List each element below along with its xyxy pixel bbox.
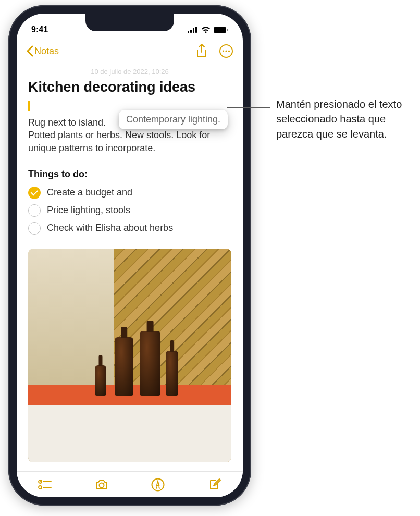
svg-rect-3 [195, 27, 197, 33]
note-title[interactable]: Kitchen decorating ideas [28, 79, 231, 95]
checklist-item[interactable]: Create a budget and [28, 184, 231, 202]
svg-rect-2 [193, 28, 194, 33]
checklist-label: Check with Elisha about herbs [47, 223, 173, 234]
note-timestamp: 10 de julio de 2022, 10:26 [17, 68, 243, 76]
image-bottle [140, 331, 160, 396]
checklist-label: Create a budget and [47, 187, 132, 198]
checklist-item[interactable]: Check with Elisha about herbs [28, 219, 231, 237]
back-button[interactable]: Notas [26, 45, 59, 57]
image-bottle [95, 365, 106, 396]
checkbox-checked-icon[interactable] [28, 187, 41, 199]
svg-rect-0 [188, 31, 189, 33]
back-label: Notas [34, 46, 59, 57]
svg-point-10 [228, 50, 230, 52]
compose-icon[interactable] [207, 477, 222, 492]
camera-icon[interactable] [94, 477, 109, 492]
image-bottle [115, 337, 133, 396]
note-attached-image[interactable] [28, 249, 231, 462]
checklist: Create a budget and Price lighting, stoo… [28, 184, 231, 237]
checkbox-icon[interactable] [28, 204, 41, 217]
note-content[interactable]: Kitchen decorating ideas Rug next to isl… [17, 77, 243, 471]
phone-screen: 9:41 Notas [17, 14, 243, 497]
status-right [188, 27, 228, 33]
checklist-item[interactable]: Price lighting, stools [28, 202, 231, 219]
svg-rect-6 [227, 29, 228, 31]
phone-frame: 9:41 Notas [8, 5, 251, 506]
svg-point-9 [225, 50, 227, 52]
svg-rect-1 [190, 30, 192, 33]
body-line-2: Potted plants or herbs. New stools. Look… [28, 130, 210, 153]
image-bottle [166, 351, 178, 396]
note-subheading[interactable]: Things to do: [28, 169, 231, 180]
nav-bar: Notas [17, 39, 243, 64]
text-cursor [28, 101, 30, 111]
share-icon[interactable] [196, 44, 207, 58]
markup-icon[interactable] [151, 477, 165, 492]
notch [85, 14, 174, 31]
svg-point-13 [39, 486, 42, 489]
lifted-text-selection[interactable]: Contemporary lighting. [119, 110, 228, 129]
status-time: 9:41 [31, 25, 48, 34]
cellular-icon [188, 27, 198, 33]
svg-point-8 [223, 50, 224, 52]
svg-point-15 [99, 483, 104, 487]
svg-rect-5 [215, 28, 225, 32]
checklist-icon[interactable] [38, 477, 52, 492]
callout-text: Mantén presionado el texto seleccionado … [276, 97, 412, 141]
more-icon[interactable] [219, 44, 233, 58]
nav-right [196, 44, 233, 58]
bottom-toolbar [17, 471, 243, 497]
wifi-icon [201, 27, 211, 33]
checklist-label: Price lighting, stools [47, 205, 130, 216]
battery-icon [214, 27, 228, 33]
callout-leader-line [227, 107, 270, 108]
checkbox-icon[interactable] [28, 222, 41, 235]
chevron-left-icon [26, 45, 33, 57]
body-line-1: Rug next to island. [28, 117, 106, 128]
